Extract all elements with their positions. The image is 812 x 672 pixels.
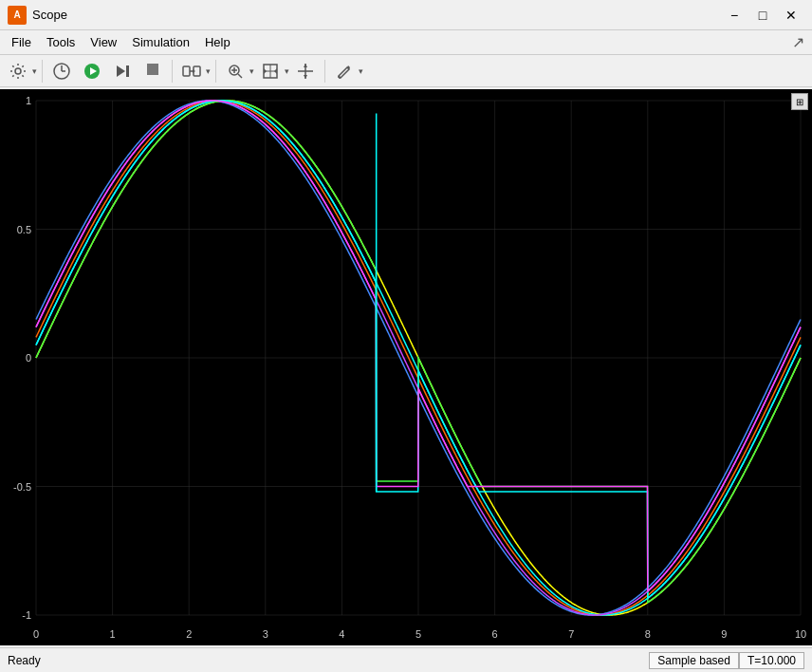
status-bar: Ready Sample based T=10.000 <box>0 647 812 672</box>
stop-icon <box>144 61 161 78</box>
plot-wrapper: ⊞ <box>0 89 812 645</box>
sep4 <box>324 60 325 83</box>
settings-button[interactable] <box>4 58 32 84</box>
svg-marker-6 <box>117 65 125 77</box>
svg-rect-8 <box>147 64 158 75</box>
minimize-button[interactable]: − <box>721 5 747 26</box>
stoptime-button[interactable] <box>47 58 76 84</box>
menu-file[interactable]: File <box>4 32 39 53</box>
connect-dropdown[interactable]: ▾ <box>177 58 211 84</box>
menu-bar: File Tools View Simulation Help ↗ <box>0 30 812 55</box>
stop-button[interactable] <box>138 58 167 84</box>
connect-icon <box>182 63 201 80</box>
step-forward-icon <box>114 63 131 80</box>
zoom-dropdown-arrow[interactable]: ▾ <box>249 66 254 76</box>
svg-point-0 <box>15 68 21 74</box>
sep1 <box>42 60 43 83</box>
svg-rect-7 <box>126 65 129 77</box>
edit-icon <box>336 63 353 80</box>
axes-dropdown-arrow[interactable]: ▾ <box>285 66 289 76</box>
play-button[interactable] <box>78 58 106 84</box>
axes-icon <box>262 63 279 80</box>
svg-marker-20 <box>264 68 267 74</box>
menu-simulation[interactable]: Simulation <box>124 32 197 53</box>
sep3 <box>215 60 216 83</box>
menu-corner-icon: ↗ <box>792 33 808 51</box>
settings-dropdown-arrow[interactable]: ▾ <box>32 66 37 76</box>
title-bar: A Scope − □ ✕ <box>0 0 812 30</box>
settings-dropdown[interactable]: ▾ <box>4 58 37 84</box>
edit-dropdown-arrow[interactable]: ▾ <box>359 66 363 76</box>
toolbar: ▾ <box>0 55 812 87</box>
svg-marker-25 <box>304 75 307 79</box>
edit-dropdown[interactable]: ▾ <box>330 58 363 84</box>
window-title: Scope <box>32 8 721 22</box>
step-forward-button[interactable] <box>108 58 137 84</box>
axes-button[interactable] <box>256 58 285 84</box>
gear-icon <box>9 63 27 80</box>
menu-tools[interactable]: Tools <box>39 32 83 53</box>
time-badge: T=10.000 <box>739 652 804 669</box>
plot-container: ⊞ <box>0 87 812 647</box>
scope-canvas[interactable] <box>0 89 812 645</box>
zoom-dropdown[interactable]: ▾ <box>221 58 254 84</box>
svg-rect-9 <box>183 66 190 76</box>
svg-marker-24 <box>304 64 307 67</box>
menu-view[interactable]: View <box>83 32 124 53</box>
axes-dropdown[interactable]: ▾ <box>256 58 289 84</box>
status-right: Sample based T=10.000 <box>649 652 804 669</box>
menu-help[interactable]: Help <box>197 32 238 53</box>
sep2 <box>172 60 173 83</box>
window-controls: − □ ✕ <box>721 5 804 26</box>
maximize-button[interactable]: □ <box>749 5 776 26</box>
zoom-button[interactable] <box>221 58 249 84</box>
svg-marker-21 <box>274 68 277 74</box>
sample-based-badge: Sample based <box>649 652 739 669</box>
connect-dropdown-arrow[interactable]: ▾ <box>206 66 211 76</box>
svg-line-14 <box>238 74 242 78</box>
edit-button[interactable] <box>330 58 359 84</box>
cursor-button[interactable] <box>291 58 320 84</box>
close-button[interactable]: ✕ <box>778 5 804 26</box>
expand-button[interactable]: ⊞ <box>791 93 808 110</box>
play-icon <box>83 63 101 80</box>
connect-button[interactable] <box>177 58 206 84</box>
cursor-icon <box>297 63 314 80</box>
zoom-icon <box>227 63 244 80</box>
app-icon: A <box>8 6 27 25</box>
stoptime-icon <box>52 62 71 81</box>
status-ready-text: Ready <box>8 654 649 667</box>
